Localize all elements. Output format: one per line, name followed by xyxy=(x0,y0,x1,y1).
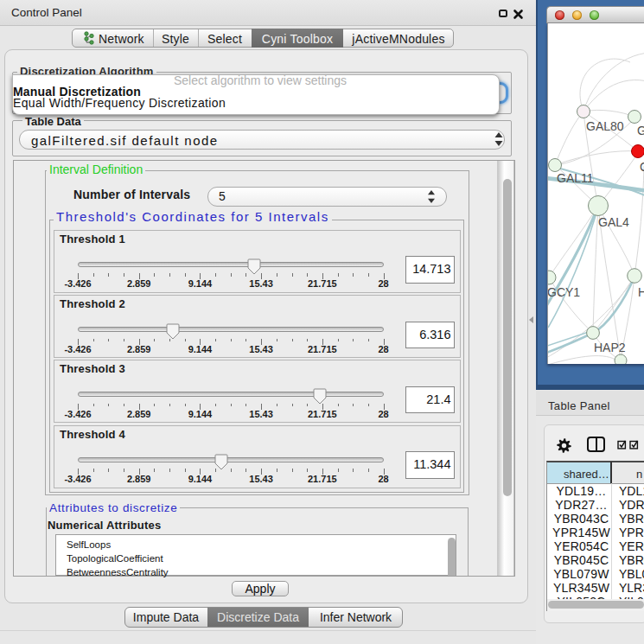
svg-text:GAL11: GAL11 xyxy=(557,171,594,185)
svg-text:GAL80: GAL80 xyxy=(586,119,624,133)
svg-text:GAL4: GAL4 xyxy=(598,215,629,229)
svg-text:HAP2: HAP2 xyxy=(594,341,626,354)
svg-text:H: H xyxy=(638,285,644,299)
svg-text:GCY1: GCY1 xyxy=(547,285,580,299)
svg-text:C: C xyxy=(640,160,644,174)
svg-text:GA: GA xyxy=(637,124,644,137)
